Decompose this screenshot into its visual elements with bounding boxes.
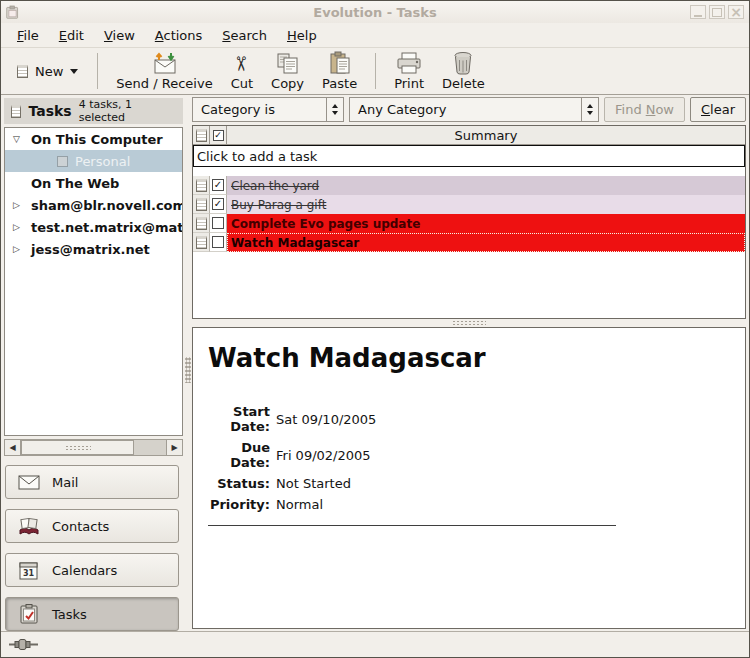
column-summary-header[interactable]: Summary [227,126,745,144]
note-icon [196,129,207,142]
menu-view[interactable]: View [94,25,145,46]
task-row[interactable]: Buy Parag a gift [193,195,745,214]
copy-button[interactable]: Copy [262,49,313,93]
menu-file[interactable]: File [7,25,49,46]
evolution-window: Evolution - Tasks File Edit View Actions… [0,0,750,658]
column-type-header[interactable] [193,126,210,144]
close-button[interactable] [728,5,744,19]
toolbar-separator [375,53,376,89]
contacts-button[interactable]: Contacts [5,509,179,543]
tasks-button[interactable]: Tasks [5,597,179,631]
new-button[interactable]: New [7,58,88,85]
menu-edit[interactable]: Edit [49,25,94,46]
menubar: File Edit View Actions Search Help [1,23,749,48]
expander-open-icon[interactable] [13,134,24,144]
trash-icon [452,51,474,75]
preview-splitter[interactable] [192,319,746,327]
column-complete-header[interactable] [210,126,227,144]
sidebar-title: Tasks [28,103,71,119]
scroll-right-arrow[interactable]: ▶ [166,439,183,456]
tree-item-personal[interactable]: Personal [5,150,182,172]
task-row-selected[interactable]: Watch Madagascar [193,233,745,252]
task-summary[interactable]: Complete Evo pages update [227,214,745,233]
expander-closed-icon[interactable] [13,200,24,210]
task-summary[interactable]: Clean the yard [227,176,745,195]
send-receive-button[interactable]: Send / Receive [107,49,221,93]
tree-item-jess-account[interactable]: jess@matrix.net [5,238,182,260]
note-icon [196,236,207,249]
spinner-arrows-icon [326,98,343,121]
folder-tree: On This Computer Personal On The Web sha… [4,127,183,436]
priority-value: Normal [276,497,745,512]
sidebar-header: Tasks 4 tasks, 1 selected [4,98,183,124]
folder-checkbox[interactable] [57,156,68,167]
paste-button[interactable]: Paste [313,49,366,93]
window-title: Evolution - Tasks [1,5,749,20]
cut-label: Cut [231,76,253,91]
maximize-button[interactable] [709,5,725,19]
sidebar: Tasks 4 tasks, 1 selected On This Comput… [1,95,184,631]
find-now-button[interactable]: FindNow [604,97,685,122]
add-task-row[interactable]: Click to add a task [193,145,745,167]
checkbox-checked-icon[interactable] [212,179,224,191]
copy-icon [276,51,300,75]
new-button-label: New [35,64,63,79]
calendars-button[interactable]: 31 Calendars [5,553,179,587]
menu-search[interactable]: Search [212,25,277,46]
splitter-grip[interactable] [185,357,191,383]
mail-icon [17,475,41,490]
statusbar [1,631,749,657]
splitter-grip[interactable] [452,320,486,326]
send-receive-icon [150,51,180,75]
clear-button[interactable]: Clear [690,97,746,122]
titlebar: Evolution - Tasks [1,1,749,23]
filter-category-dropdown[interactable]: Any Category [349,97,599,122]
start-date-value: Sat 09/10/2005 [276,412,745,427]
cut-button[interactable]: ✂ Cut [222,49,262,93]
sidebar-horizontal-scrollbar[interactable]: ◀ ▶ [4,439,183,456]
expander-closed-icon[interactable] [13,222,24,232]
task-complete-cell[interactable] [210,195,227,214]
task-row[interactable]: Complete Evo pages update [193,214,745,233]
scroll-left-arrow[interactable]: ◀ [4,439,21,456]
checkbox-unchecked-icon[interactable] [212,236,224,248]
checkbox-unchecked-icon[interactable] [212,217,224,229]
task-summary[interactable]: Buy Parag a gift [227,195,745,214]
task-preview-pane: Watch Madagascar Start Date: Sat 09/10/2… [192,327,746,629]
tree-item-test-account[interactable]: test.net.matrix@matrix.n [5,216,182,238]
start-date-label: Start Date: [208,404,270,434]
menu-actions[interactable]: Actions [145,25,213,46]
offline-cable-icon[interactable] [9,638,39,651]
delete-button[interactable]: Delete [433,49,494,93]
task-row[interactable]: Clean the yard [193,176,745,195]
menu-help[interactable]: Help [277,25,327,46]
minimize-button[interactable] [690,5,706,19]
tree-item-on-this-computer[interactable]: On This Computer [5,128,182,150]
sidebar-splitter[interactable] [184,95,192,631]
due-date-label: Due Date: [208,440,270,470]
task-complete-cell[interactable] [210,176,227,195]
filter-rule-dropdown[interactable]: Category is [192,97,344,122]
toolbar-separator [97,53,98,89]
expander-closed-icon[interactable] [13,244,24,254]
search-filter-bar: Category is Any Category FindNow Clear [192,97,746,125]
tree-item-on-the-web[interactable]: On The Web [5,172,182,194]
print-button[interactable]: Print [385,49,433,93]
list-gap [193,167,745,176]
task-complete-cell[interactable] [210,214,227,233]
svg-text:31: 31 [23,568,35,577]
tree-item-sham-account[interactable]: sham@blr.novell.com [5,194,182,216]
checkbox-checked-icon[interactable] [212,198,224,210]
status-label: Status: [208,476,270,491]
paste-icon [328,51,352,75]
scrollbar-track[interactable] [21,439,166,456]
task-summary[interactable]: Watch Madagascar [227,233,745,252]
chevron-down-icon [70,69,78,74]
scrollbar-thumb[interactable] [21,440,134,455]
main-panel: Category is Any Category FindNow Clear [192,95,749,631]
calendar-icon: 31 [17,561,41,580]
delete-label: Delete [442,76,485,91]
due-date-value: Fri 09/02/2005 [276,448,745,463]
mail-button[interactable]: Mail [5,465,179,499]
task-complete-cell[interactable] [210,233,227,252]
